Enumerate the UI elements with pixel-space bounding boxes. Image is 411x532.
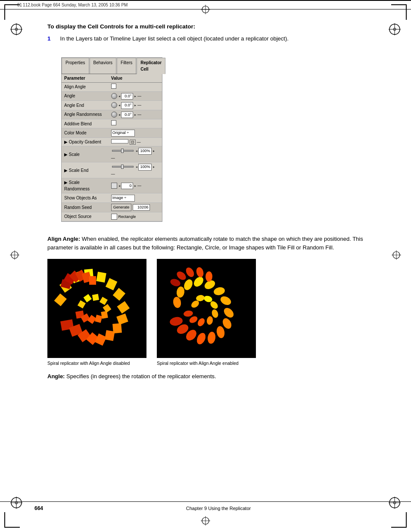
param-scale: ▶ Scale bbox=[62, 146, 109, 162]
angle-text: Specifies (in degrees) the rotation of t… bbox=[65, 373, 216, 380]
table-row: Color Mode Original ÷ bbox=[62, 128, 162, 138]
checkbox-additive-blend[interactable] bbox=[111, 120, 116, 125]
chapter-title: Using the Replicator bbox=[208, 506, 251, 511]
slider-scale-end[interactable] bbox=[112, 166, 134, 168]
tab-properties[interactable]: Properties bbox=[62, 58, 89, 74]
param-show-objects: Show Objects As bbox=[62, 193, 109, 203]
value-angle-end: ◂ 0.0° ▸ — bbox=[109, 101, 162, 110]
value-box-scale-end: 100% bbox=[138, 164, 152, 171]
angle-label: Angle: bbox=[47, 373, 65, 380]
align-angle-description: Align Angle: When enabled, the replicato… bbox=[47, 235, 377, 252]
value-box-scale: 100% bbox=[138, 148, 152, 155]
table-row: Additive Blend bbox=[62, 119, 162, 128]
tab-behaviors[interactable]: Behaviors bbox=[90, 58, 116, 74]
value-opacity-gradient: ⊡ — bbox=[109, 137, 162, 146]
step-text-1: In the Layers tab or Timeline Layer list… bbox=[60, 35, 289, 42]
corner-mark-bl bbox=[4, 512, 20, 528]
right-crosshair bbox=[391, 250, 402, 262]
arrow-right-angle-end[interactable]: ▸ bbox=[134, 103, 136, 107]
value-random-seed: Generate 10206 bbox=[109, 202, 162, 212]
button-generate[interactable]: Generate bbox=[111, 204, 132, 212]
param-color-mode: Color Mode bbox=[62, 128, 109, 138]
corner-mark-tl bbox=[4, 4, 20, 20]
spiral-image-disabled bbox=[47, 259, 146, 358]
dial-angle-rand[interactable] bbox=[111, 112, 117, 118]
param-align-angle: Align Angle bbox=[62, 82, 109, 91]
checkbox-align-angle[interactable] bbox=[111, 84, 116, 89]
left-crosshair bbox=[9, 250, 20, 262]
dropdown-color-mode[interactable]: Original ÷ bbox=[111, 130, 135, 137]
arrow-left-angle[interactable]: ◂ bbox=[118, 94, 120, 98]
footer-chapter: Chapter 9 Using the Replicator bbox=[60, 506, 377, 511]
svg-rect-37 bbox=[96, 272, 106, 283]
value-angle: ◂ 0.0° ▸ — bbox=[109, 91, 162, 101]
arrow-right-angle-rand[interactable]: ▸ bbox=[134, 113, 136, 117]
dash-angle-end: — bbox=[137, 103, 141, 107]
footer-page-number: 664 bbox=[34, 505, 60, 511]
param-additive-blend: Additive Blend bbox=[62, 119, 109, 128]
value-box-angle-rand: 0.0° bbox=[121, 112, 133, 118]
footer: 664 Chapter 9 Using the Replicator bbox=[0, 501, 411, 511]
arrow-right-angle[interactable]: ▸ bbox=[134, 94, 136, 98]
param-scale-rand: ▶ Scale Randomness bbox=[62, 178, 109, 193]
value-box-scale-rand: 0 bbox=[121, 183, 133, 190]
value-angle-randomness: ◂ 0.0° ▸ — bbox=[109, 110, 162, 119]
table-row: Angle ◂ 0.0° ▸ — bbox=[62, 91, 162, 101]
tab-filters[interactable]: Filters bbox=[117, 58, 136, 74]
caption-enabled: Spiral replicator with Align Angle enabl… bbox=[157, 360, 239, 367]
param-scale-end: ▶ Scale End bbox=[62, 162, 109, 178]
page: 01 112.book Page 664 Sunday, March 13, 2… bbox=[0, 0, 411, 532]
value-scale-end: ◂ 100% ▸ — bbox=[109, 162, 162, 178]
table-row: ▶ Scale Randomness ◂ 0 ▸ — bbox=[62, 178, 162, 193]
arrow-left-angle-rand[interactable]: ◂ bbox=[118, 113, 120, 117]
value-additive-blend bbox=[109, 119, 162, 128]
param-random-seed: Random Seed bbox=[62, 202, 109, 212]
value-box-angle: 0.0° bbox=[121, 93, 133, 100]
tab-replicator-cell[interactable]: Replicator Cell bbox=[137, 58, 165, 74]
value-align-angle bbox=[109, 82, 162, 91]
svg-rect-57 bbox=[89, 276, 96, 285]
step-number-1: 1 bbox=[47, 34, 51, 43]
ui-table: Parameter Value Align Angle Angle bbox=[62, 74, 162, 221]
dial-angle[interactable] bbox=[111, 93, 117, 99]
param-angle: Angle bbox=[62, 91, 109, 101]
header-text: 01 112.book Page 664 Sunday, March 13, 2… bbox=[17, 3, 128, 7]
value-box-seed: 10206 bbox=[133, 204, 150, 211]
table-row: ▶ Scale ◂ 100% ▸ — bbox=[62, 146, 162, 162]
step-1: 1 In the Layers tab or Timeline Layer li… bbox=[47, 34, 377, 43]
dash-gradient: — bbox=[137, 140, 140, 144]
gradient-bar bbox=[111, 139, 128, 143]
dash-angle: — bbox=[137, 94, 141, 98]
table-row: Random Seed Generate 10206 bbox=[62, 202, 162, 212]
col-header-value: Value bbox=[109, 74, 162, 83]
main-content: To display the Cell Controls for a multi… bbox=[0, 9, 411, 401]
param-object-source: Object Source bbox=[62, 212, 109, 221]
center-crosshair-top bbox=[200, 4, 211, 16]
param-opacity-gradient: ▶ Opacity Gradient bbox=[62, 137, 109, 146]
align-angle-label: Align Angle: bbox=[47, 236, 80, 242]
gradient-icon[interactable]: ⊡ bbox=[130, 140, 136, 145]
svg-rect-49 bbox=[92, 294, 99, 301]
corner-mark-br bbox=[391, 512, 407, 528]
image-block-enabled: Spiral replicator with Align Angle enabl… bbox=[157, 259, 256, 367]
svg-rect-32 bbox=[112, 323, 122, 333]
ui-panel: Properties Behaviors Filters Replicator … bbox=[61, 57, 162, 222]
image-block-disabled: Spiral replicator with Align Angle disab… bbox=[47, 259, 146, 367]
value-object-source: Rectangle bbox=[109, 212, 162, 221]
arrow-left-angle-end[interactable]: ◂ bbox=[118, 103, 120, 107]
spiral-image-enabled bbox=[157, 259, 256, 358]
table-row: Object Source Rectangle bbox=[62, 212, 162, 221]
align-angle-text: When enabled, the replicator elements au… bbox=[47, 236, 363, 251]
caption-disabled: Spiral replicator with Align Angle disab… bbox=[47, 360, 130, 367]
images-row: Spiral replicator with Align Angle disab… bbox=[47, 259, 377, 367]
corner-mark-tr bbox=[391, 4, 407, 20]
angle-description: Angle: Specifies (in degrees) the rotati… bbox=[47, 372, 377, 381]
value-scale-rand: ◂ 0 ▸ — bbox=[109, 178, 162, 193]
table-row: ▶ Scale End ◂ 100% ▸ — bbox=[62, 162, 162, 178]
dial-angle-end[interactable] bbox=[111, 102, 117, 108]
slider-scale[interactable] bbox=[112, 150, 134, 152]
section-title: To display the Cell Controls for a multi… bbox=[47, 22, 377, 31]
param-angle-randomness: Angle Randomness bbox=[62, 110, 109, 119]
object-source-thumb bbox=[111, 214, 117, 220]
dropdown-show-objects[interactable]: Image ÷ bbox=[111, 195, 135, 202]
